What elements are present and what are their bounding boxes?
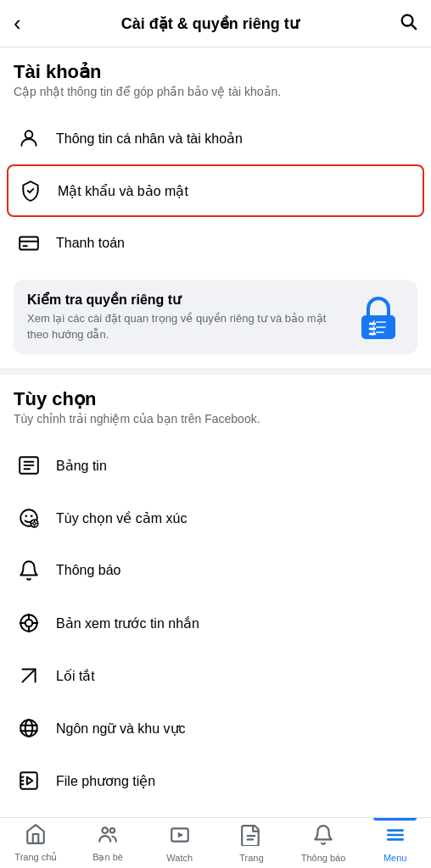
svg-marker-48 (178, 832, 184, 837)
personal-info-label: Thông tin cá nhân và tài khoản (56, 131, 243, 147)
page-title: Cài đặt & quyền riêng tư (121, 14, 299, 33)
notifications-nav-label: Thông báo (301, 853, 346, 863)
svg-rect-5 (20, 236, 38, 249)
nav-item-pages[interactable]: Trang (216, 818, 288, 868)
privacy-lock-icon (353, 292, 404, 342)
bell-icon (14, 555, 44, 586)
message-preview-icon (14, 608, 44, 638)
newsfeed-icon (14, 450, 44, 481)
section-divider (0, 368, 431, 375)
svg-point-35 (20, 720, 37, 737)
privacy-card-content: Kiểm tra quyền riêng tư Xem lại các cài … (27, 292, 343, 342)
nav-item-notifications-nav[interactable]: Thông báo (288, 818, 360, 868)
nav-item-watch[interactable]: Watch (143, 818, 216, 868)
home-nav-label: Trang chủ (14, 852, 57, 863)
privacy-card-desc: Xem lại các cài đặt quan trọng về quyền … (27, 311, 343, 342)
person-icon (14, 123, 44, 153)
notifications-label: Thông báo (56, 563, 121, 578)
svg-point-20 (25, 515, 27, 518)
menu-item-password-security[interactable]: Mật khẩu và bảo mật (7, 164, 424, 217)
newsfeed-label: Bảng tin (56, 458, 107, 474)
friends-nav-label: Bạn bè (92, 852, 123, 863)
menu-item-notifications[interactable]: Thông báo (0, 544, 431, 597)
shortcuts-label: Lối tắt (56, 668, 95, 684)
svg-marker-40 (27, 777, 33, 785)
menu-nav-icon (384, 824, 406, 851)
payment-label: Thanh toán (56, 236, 125, 251)
nav-item-home[interactable]: Trang chủ (0, 818, 72, 868)
active-indicator (373, 818, 417, 821)
media-label: File phương tiện (56, 773, 155, 789)
menu-item-personal-info[interactable]: Thông tin cá nhân và tài khoản (0, 112, 431, 164)
svg-line-4 (30, 189, 33, 192)
account-section-title: Tài khoản (14, 61, 417, 83)
reactions-icon (14, 503, 44, 533)
friends-nav-icon (97, 823, 119, 850)
privacy-card-title: Kiểm tra quyền riêng tư (27, 292, 343, 308)
payment-icon (14, 228, 44, 259)
nav-item-menu[interactable]: Menu (359, 818, 431, 868)
options-section: Tùy chọn Tùy chỉnh trải nghiệm của bạn t… (0, 375, 431, 439)
message-preview-label: Bản xem trước tin nhắn (56, 615, 199, 632)
menu-item-newsfeed[interactable]: Bảng tin (0, 439, 431, 492)
svg-point-29 (25, 620, 33, 627)
menu-item-message-preview[interactable]: Bản xem trước tin nhắn (0, 597, 431, 649)
bottom-navigation: Trang chủ Bạn bè Watch (0, 817, 431, 868)
main-content: Tài khoản Cập nhật thông tin để góp phần… (0, 47, 431, 868)
header: ‹ Cài đặt & quyền riêng tư (0, 0, 431, 47)
shortcuts-icon (14, 660, 44, 691)
svg-line-34 (22, 669, 35, 682)
menu-nav-label: Menu (383, 853, 407, 863)
options-section-title: Tùy chọn (14, 388, 417, 410)
password-security-label: Mật khẩu và bảo mật (58, 183, 188, 199)
account-section: Tài khoản Cập nhật thông tin để góp phần… (0, 47, 431, 112)
globe-icon (14, 713, 44, 743)
account-section-desc: Cập nhật thông tin để góp phần bảo vệ tà… (14, 85, 417, 98)
bell-nav-icon (312, 824, 334, 851)
menu-item-language[interactable]: Ngôn ngữ và khu vực (0, 702, 431, 754)
media-icon (14, 765, 44, 796)
menu-item-shortcuts[interactable]: Lối tắt (0, 649, 431, 702)
reactions-label: Tùy chọn về cảm xúc (56, 510, 187, 526)
svg-line-1 (411, 25, 416, 29)
svg-point-21 (31, 515, 33, 518)
menu-item-reactions[interactable]: Tùy chọn về cảm xúc (0, 492, 431, 544)
back-button[interactable]: ‹ (14, 10, 21, 36)
watch-nav-icon (169, 824, 191, 851)
svg-point-36 (25, 720, 33, 737)
menu-item-media[interactable]: File phương tiện (0, 754, 431, 807)
language-label: Ngôn ngữ và khu vực (56, 721, 186, 737)
pages-nav-label: Trang (239, 853, 263, 863)
pages-nav-icon (240, 824, 262, 851)
home-nav-icon (25, 823, 47, 850)
options-section-desc: Tùy chỉnh trải nghiệm của bạn trên Faceb… (14, 412, 417, 426)
svg-point-46 (110, 828, 115, 832)
menu-item-payment[interactable]: Thanh toán (0, 217, 431, 270)
shield-icon (15, 175, 46, 206)
svg-point-45 (103, 827, 109, 833)
svg-point-2 (25, 131, 33, 138)
privacy-check-card[interactable]: Kiểm tra quyền riêng tư Xem lại các cài … (14, 280, 417, 354)
search-button[interactable] (399, 12, 417, 36)
nav-item-friends[interactable]: Bạn bè (72, 818, 144, 868)
watch-nav-label: Watch (166, 853, 193, 863)
